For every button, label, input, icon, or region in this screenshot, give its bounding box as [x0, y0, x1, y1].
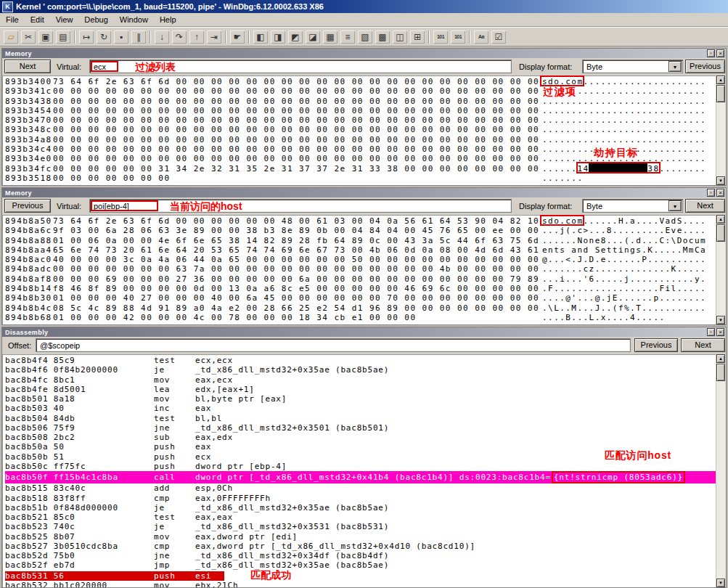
mem-ascii: ......None8...(.d...C:\Docum [542, 236, 706, 245]
stop-debugging-icon[interactable]: ▪ [113, 30, 129, 44]
scroll-thumb[interactable] [716, 85, 725, 102]
window-close-button[interactable]: × [716, 49, 724, 57]
disassembly-row[interactable]: bac8b503 40inceax [5, 404, 726, 413]
source-mode-on-icon[interactable]: 101 [433, 30, 449, 44]
open-source-file-icon[interactable]: ▱ [3, 30, 19, 44]
insert-breakpoint-icon[interactable]: ☛ [229, 30, 245, 44]
dropdown-arrow-icon[interactable]: ▼ [668, 61, 682, 72]
scratch-pad-icon[interactable]: ▩ [375, 30, 390, 44]
memory2-content[interactable]: 894b8a5073 64 6f 2e 63 6f 6d 00 00 00 00… [2, 215, 726, 324]
disassembly-row[interactable]: bac8b4fe 8d5001leaedx,[eax+1] [5, 385, 726, 394]
menu-item-help[interactable]: Help [154, 14, 182, 25]
step-into-icon[interactable]: ↓ [154, 30, 170, 44]
window-float-button[interactable]: ▫ [707, 49, 715, 57]
font-icon[interactable]: Aa [473, 30, 489, 44]
disassembly-row[interactable]: bac8b527 3b0510cdc8bacmpeax,dword ptr [_… [5, 542, 726, 551]
dropdown-arrow-icon[interactable]: ▼ [668, 200, 682, 211]
scroll-down-icon[interactable]: ▼ [716, 176, 725, 185]
memory2-virtual-input[interactable]: poi[ebp-4] 当前访问的host [89, 199, 512, 213]
disassembly-row[interactable]: bac8b515 83c40caddesp,0Ch [5, 483, 726, 493]
disassembly-row[interactable]: bac8b532 bb1c020000movebx,21Ch [5, 581, 726, 587]
memory2-next-button[interactable]: Next [685, 199, 725, 213]
disassembly-next-button[interactable]: Next [681, 338, 725, 352]
disassembly-row[interactable]: bac8b525 8b07moveax,dword ptr [edi] [5, 532, 726, 542]
scroll-thumb[interactable] [716, 224, 725, 242]
disassembly-row[interactable]: bac8b531 56pushesi匹配成功 [5, 571, 726, 581]
disassembly-window-icon[interactable]: ▧ [357, 30, 373, 44]
scroll-up-icon[interactable]: ▲ [716, 354, 725, 363]
command-browser-icon[interactable]: ⊞ [409, 30, 425, 44]
watch-window-icon[interactable]: ◨ [270, 30, 286, 44]
memory2-display-format-select[interactable]: Byte ▼ [582, 199, 683, 213]
disassembly-row[interactable]: bac8b52f eb7djmp_td_x86_dll_mstd32+0x35a… [5, 560, 726, 570]
window-close-button[interactable]: × [716, 189, 724, 197]
disassembly-scrollbar[interactable]: ▲ ▼ [716, 354, 726, 587]
memory1-scrollbar[interactable]: ▲ ▼ [716, 75, 726, 185]
disassembly-row[interactable]: bac8b4f6 0f84b2000000je_td_x86_dll_mstd3… [5, 365, 726, 375]
disassembly-row[interactable]: bac8b501 8a18movbl,byte ptr [eax] [5, 394, 726, 404]
memory1-virtual-input[interactable]: ecx 过滤列表 [89, 60, 512, 73]
menu-item-debug[interactable]: Debug [78, 14, 113, 25]
menu-item-file[interactable]: File [0, 14, 25, 25]
memory1-window: Memory ▫ × Next Virtual: ecx 过滤列表 Displa… [1, 48, 727, 186]
disassembly-row[interactable]: bac8b52d 75b0jne_td_x86_dll_mstd32+0x34d… [5, 551, 726, 560]
memory1-previous-button[interactable]: Previous [685, 60, 725, 73]
scroll-down-icon[interactable]: ▼ [716, 579, 725, 587]
step-over-icon[interactable]: ↷ [171, 30, 187, 44]
memory2-previous-button[interactable]: Previous [4, 199, 51, 213]
disassembly-row[interactable]: bac8b4f4 85c9testecx,ecx [5, 356, 726, 365]
command-window-icon[interactable]: ◧ [253, 30, 269, 44]
disassembly-row[interactable]: bac8b521 85c0testeax,eax [5, 513, 726, 522]
disassembly-row[interactable]: bac8b50c ff75fcpushdword ptr [ebp-4] [5, 462, 726, 471]
disassembly-rows: bac8b4f4 85c9testecx,ecxbac8b4f6 0f84b20… [5, 356, 726, 587]
annotation-hijack-target: 劫持目标 [594, 148, 639, 158]
memory-window-icon[interactable]: ▦ [322, 30, 338, 44]
disassembly-row[interactable]: bac8b4fc 8bc1moveax,ecx [5, 375, 726, 385]
go-icon[interactable]: ↦ [78, 30, 94, 44]
mem-address: 893b34c4 [5, 144, 53, 154]
scroll-down-icon[interactable]: ▼ [716, 316, 725, 324]
scroll-up-icon[interactable]: ▲ [716, 75, 725, 84]
disassembly-row[interactable]: bac8b50f ff15b4c1c8bacalldword ptr [_td_… [5, 471, 726, 483]
call-stack-window-icon[interactable]: ≡ [340, 30, 356, 44]
step-out-icon[interactable]: ↑ [189, 30, 205, 44]
paste-icon[interactable]: ▤ [55, 30, 71, 44]
processes-window-icon[interactable]: ◫ [392, 30, 408, 44]
scroll-thumb[interactable] [716, 364, 725, 381]
break-icon[interactable]: ∥ [131, 30, 147, 44]
menu-item-window[interactable]: Window [114, 14, 154, 25]
menu-item-view[interactable]: View [50, 14, 79, 25]
mem-ascii: ............................ [542, 97, 706, 106]
disassembly-row[interactable]: bac8b523 740cje_td_x86_dll_mstd32+0x3531… [5, 522, 726, 531]
mem-hex-bytes: 00 00 00 00 00 00 00 [53, 173, 542, 183]
disassembly-content[interactable]: bac8b4f4 85c9testecx,ecxbac8b4f6 0f84b20… [2, 354, 726, 587]
memory1-content[interactable]: 893b340073 64 6f 2e 63 6f 6d 00 00 00 00… [2, 75, 726, 185]
registers-window-icon[interactable]: ◪ [305, 30, 321, 44]
options-icon[interactable]: ☑ [491, 30, 507, 44]
copy-icon[interactable]: ▣ [38, 30, 54, 44]
run-to-cursor-icon[interactable]: ⇥ [206, 30, 222, 44]
source-mode-off-icon[interactable]: 101 [450, 30, 466, 44]
window-float-button[interactable]: ▫ [707, 328, 715, 336]
dis-address-bytes: bac8b508 2bc2 [5, 433, 154, 442]
disassembly-previous-button[interactable]: Previous [634, 338, 678, 352]
disassembly-row[interactable]: bac8b508 2bc2subeax,edx [5, 433, 726, 442]
disassembly-row[interactable]: bac8b506 75f9jne_td_x86_dll_mstd32+0x350… [5, 423, 726, 433]
restart-icon[interactable]: ↻ [96, 30, 112, 44]
disassembly-row[interactable]: bac8b51b 0f848d000000je_td_x86_dll_mstd3… [5, 503, 726, 513]
locals-window-icon[interactable]: ◩ [287, 30, 303, 44]
cut-icon[interactable]: ✂ [20, 30, 36, 44]
memory2-scrollbar[interactable]: ▲ ▼ [716, 215, 726, 324]
memory1-next-button[interactable]: Next [4, 60, 51, 73]
window-float-button[interactable]: ▫ [707, 189, 715, 197]
scroll-up-icon[interactable]: ▲ [716, 215, 725, 224]
memory-row: 894b8a8801 00 06 0a 00 00 4e 6f 6e 65 38… [5, 236, 726, 245]
memory1-display-format-select[interactable]: Byte ▼ [582, 60, 683, 73]
offset-input[interactable]: @$scopeip [36, 338, 631, 352]
disassembly-row[interactable]: bac8b518 83f8ffcmpeax,0FFFFFFFFh [5, 494, 726, 503]
window-close-button[interactable]: × [716, 328, 724, 336]
mem-address: 894b8b14 [5, 284, 53, 293]
disassembly-row[interactable]: bac8b504 84dbtestbl,bl [5, 414, 726, 423]
dis-mnemonic: mov [154, 394, 195, 404]
menu-item-edit[interactable]: Edit [25, 14, 50, 25]
